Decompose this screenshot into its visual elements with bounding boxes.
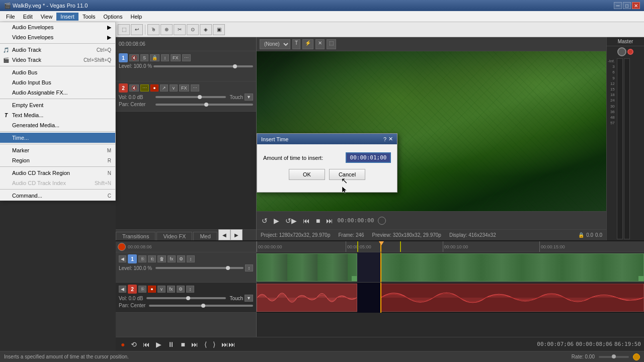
dialog-overlay: Insert Time ? ✕ Amount of time to insert… [0, 0, 644, 362]
dialog-help-btn[interactable]: ? [383, 136, 386, 142]
dialog-input-label: Amount of time to insert: [263, 155, 342, 161]
dialog-title-bar: Insert Time ? ✕ [257, 134, 397, 144]
dialog-close-btn[interactable]: ✕ [388, 136, 393, 142]
dialog-input-row: Amount of time to insert: [263, 152, 391, 163]
dialog-buttons: OK Cancel [263, 169, 391, 184]
dialog-title-buttons: ? ✕ [383, 136, 393, 142]
dialog-body: Amount of time to insert: OK Cancel [257, 144, 397, 192]
dialog-time-input[interactable] [346, 152, 391, 163]
dialog-title-text: Insert Time [261, 136, 288, 142]
dialog-cancel-btn[interactable]: Cancel [329, 169, 365, 180]
insert-time-dialog: Insert Time ? ✕ Amount of time to insert… [257, 133, 397, 193]
dialog-ok-btn[interactable]: OK [289, 169, 325, 180]
